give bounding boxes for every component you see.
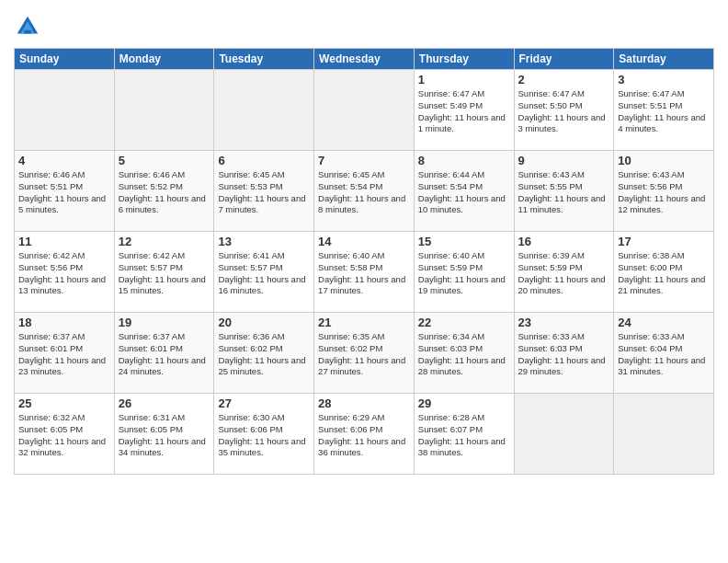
weekday-header: Friday	[514, 49, 614, 70]
calendar-day-cell: 29Sunrise: 6:28 AMSunset: 6:07 PMDayligh…	[414, 394, 514, 475]
day-number: 28	[318, 396, 410, 410]
weekday-header: Sunday	[15, 49, 115, 70]
calendar-week-row: 18Sunrise: 6:37 AMSunset: 6:01 PMDayligh…	[15, 313, 714, 394]
day-number: 3	[618, 73, 710, 86]
calendar-day-cell: 4Sunrise: 6:46 AMSunset: 5:51 PMDaylight…	[15, 151, 115, 232]
calendar-day-cell: 22Sunrise: 6:34 AMSunset: 6:03 PMDayligh…	[414, 313, 514, 394]
day-info: Sunrise: 6:37 AMSunset: 6:01 PMDaylight:…	[119, 331, 210, 378]
calendar-day-cell: 1Sunrise: 6:47 AMSunset: 5:49 PMDaylight…	[414, 70, 514, 151]
day-info: Sunrise: 6:40 AMSunset: 5:58 PMDaylight:…	[318, 250, 410, 297]
day-info: Sunrise: 6:43 AMSunset: 5:55 PMDaylight:…	[518, 169, 610, 216]
day-number: 29	[418, 396, 510, 410]
day-number: 23	[518, 316, 610, 329]
calendar-day-cell: 16Sunrise: 6:39 AMSunset: 5:59 PMDayligh…	[514, 232, 614, 313]
day-info: Sunrise: 6:28 AMSunset: 6:07 PMDaylight:…	[418, 412, 510, 459]
day-info: Sunrise: 6:29 AMSunset: 6:06 PMDaylight:…	[318, 412, 410, 459]
day-info: Sunrise: 6:33 AMSunset: 6:03 PMDaylight:…	[518, 331, 610, 378]
day-number: 2	[518, 73, 610, 86]
day-info: Sunrise: 6:42 AMSunset: 5:57 PMDaylight:…	[119, 250, 210, 297]
day-info: Sunrise: 6:45 AMSunset: 5:54 PMDaylight:…	[318, 169, 410, 216]
day-number: 21	[318, 316, 410, 329]
day-number: 17	[618, 235, 710, 248]
logo-icon	[14, 13, 41, 40]
day-number: 4	[18, 154, 110, 167]
calendar-day-cell: 14Sunrise: 6:40 AMSunset: 5:58 PMDayligh…	[314, 232, 415, 313]
day-number: 15	[418, 235, 510, 248]
day-info: Sunrise: 6:46 AMSunset: 5:52 PMDaylight:…	[119, 169, 210, 216]
day-info: Sunrise: 6:38 AMSunset: 6:00 PMDaylight:…	[618, 250, 710, 297]
day-info: Sunrise: 6:45 AMSunset: 5:53 PMDaylight:…	[218, 169, 310, 216]
calendar-day-cell: 15Sunrise: 6:40 AMSunset: 5:59 PMDayligh…	[414, 232, 514, 313]
day-number: 8	[418, 154, 510, 167]
day-number: 22	[418, 316, 510, 329]
day-info: Sunrise: 6:42 AMSunset: 5:56 PMDaylight:…	[18, 250, 110, 297]
day-number: 24	[618, 316, 710, 329]
calendar-day-cell	[15, 70, 115, 151]
calendar-day-cell	[214, 70, 314, 151]
svg-rect-2	[24, 30, 31, 34]
calendar-day-cell: 10Sunrise: 6:43 AMSunset: 5:56 PMDayligh…	[614, 151, 714, 232]
day-number: 6	[218, 154, 310, 167]
calendar-day-cell	[114, 70, 214, 151]
calendar-day-cell: 19Sunrise: 6:37 AMSunset: 6:01 PMDayligh…	[114, 313, 214, 394]
day-info: Sunrise: 6:37 AMSunset: 6:01 PMDaylight:…	[18, 331, 110, 378]
calendar-day-cell: 8Sunrise: 6:44 AMSunset: 5:54 PMDaylight…	[414, 151, 514, 232]
calendar-day-cell: 18Sunrise: 6:37 AMSunset: 6:01 PMDayligh…	[15, 313, 115, 394]
day-info: Sunrise: 6:35 AMSunset: 6:02 PMDaylight:…	[318, 331, 410, 378]
weekday-header: Monday	[114, 49, 214, 70]
day-number: 9	[518, 154, 610, 167]
calendar-day-cell: 20Sunrise: 6:36 AMSunset: 6:02 PMDayligh…	[214, 313, 314, 394]
calendar-header-row: SundayMondayTuesdayWednesdayThursdayFrid…	[15, 49, 714, 70]
calendar-day-cell: 2Sunrise: 6:47 AMSunset: 5:50 PMDaylight…	[514, 70, 614, 151]
calendar-day-cell: 17Sunrise: 6:38 AMSunset: 6:00 PMDayligh…	[614, 232, 714, 313]
day-number: 27	[218, 396, 310, 410]
calendar-day-cell: 9Sunrise: 6:43 AMSunset: 5:55 PMDaylight…	[514, 151, 614, 232]
day-number: 10	[618, 154, 710, 167]
day-number: 5	[119, 154, 210, 167]
calendar-week-row: 11Sunrise: 6:42 AMSunset: 5:56 PMDayligh…	[15, 232, 714, 313]
day-number: 14	[318, 235, 410, 248]
calendar-day-cell: 25Sunrise: 6:32 AMSunset: 6:05 PMDayligh…	[15, 394, 115, 475]
day-number: 25	[18, 396, 110, 410]
day-info: Sunrise: 6:47 AMSunset: 5:49 PMDaylight:…	[418, 88, 510, 135]
day-number: 16	[518, 235, 610, 248]
calendar-table: SundayMondayTuesdayWednesdayThursdayFrid…	[14, 48, 714, 475]
logo	[14, 13, 45, 40]
day-info: Sunrise: 6:31 AMSunset: 6:05 PMDaylight:…	[119, 412, 210, 459]
day-info: Sunrise: 6:43 AMSunset: 5:56 PMDaylight:…	[618, 169, 710, 216]
day-number: 7	[318, 154, 410, 167]
day-number: 13	[218, 235, 310, 248]
page-header	[14, 9, 714, 40]
day-info: Sunrise: 6:33 AMSunset: 6:04 PMDaylight:…	[618, 331, 710, 378]
calendar-day-cell: 26Sunrise: 6:31 AMSunset: 6:05 PMDayligh…	[114, 394, 214, 475]
calendar-day-cell: 13Sunrise: 6:41 AMSunset: 5:57 PMDayligh…	[214, 232, 314, 313]
day-number: 12	[119, 235, 210, 248]
calendar-day-cell	[314, 70, 415, 151]
day-info: Sunrise: 6:32 AMSunset: 6:05 PMDaylight:…	[18, 412, 110, 459]
calendar-day-cell	[614, 394, 714, 475]
day-info: Sunrise: 6:41 AMSunset: 5:57 PMDaylight:…	[218, 250, 310, 297]
calendar-week-row: 25Sunrise: 6:32 AMSunset: 6:05 PMDayligh…	[15, 394, 714, 475]
day-info: Sunrise: 6:44 AMSunset: 5:54 PMDaylight:…	[418, 169, 510, 216]
calendar-day-cell: 11Sunrise: 6:42 AMSunset: 5:56 PMDayligh…	[15, 232, 115, 313]
calendar-day-cell: 5Sunrise: 6:46 AMSunset: 5:52 PMDaylight…	[114, 151, 214, 232]
calendar-day-cell: 27Sunrise: 6:30 AMSunset: 6:06 PMDayligh…	[214, 394, 314, 475]
weekday-header: Tuesday	[214, 49, 314, 70]
calendar-day-cell: 24Sunrise: 6:33 AMSunset: 6:04 PMDayligh…	[614, 313, 714, 394]
day-number: 11	[18, 235, 110, 248]
day-number: 26	[119, 396, 210, 410]
day-info: Sunrise: 6:36 AMSunset: 6:02 PMDaylight:…	[218, 331, 310, 378]
calendar-day-cell	[514, 394, 614, 475]
calendar-week-row: 1Sunrise: 6:47 AMSunset: 5:49 PMDaylight…	[15, 70, 714, 151]
day-info: Sunrise: 6:47 AMSunset: 5:51 PMDaylight:…	[618, 88, 710, 135]
day-info: Sunrise: 6:34 AMSunset: 6:03 PMDaylight:…	[418, 331, 510, 378]
weekday-header: Saturday	[614, 49, 714, 70]
day-number: 20	[218, 316, 310, 329]
calendar-day-cell: 28Sunrise: 6:29 AMSunset: 6:06 PMDayligh…	[314, 394, 415, 475]
day-info: Sunrise: 6:39 AMSunset: 5:59 PMDaylight:…	[518, 250, 610, 297]
calendar-day-cell: 3Sunrise: 6:47 AMSunset: 5:51 PMDaylight…	[614, 70, 714, 151]
day-number: 18	[18, 316, 110, 329]
day-info: Sunrise: 6:46 AMSunset: 5:51 PMDaylight:…	[18, 169, 110, 216]
calendar-day-cell: 12Sunrise: 6:42 AMSunset: 5:57 PMDayligh…	[114, 232, 214, 313]
day-number: 1	[418, 73, 510, 86]
